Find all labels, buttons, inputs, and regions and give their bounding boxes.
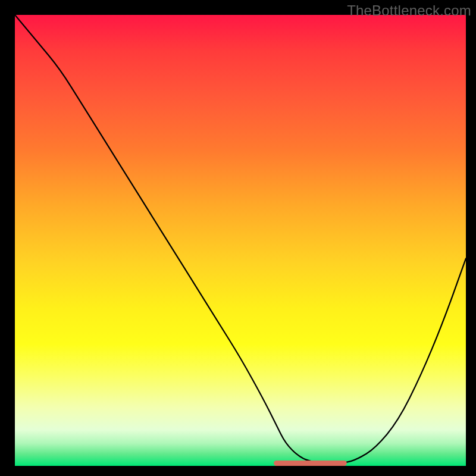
watermark-text: TheBottleneck.com — [347, 2, 471, 19]
curve-svg — [15, 15, 466, 466]
curve-line — [15, 15, 466, 463]
plot-area — [15, 15, 466, 466]
chart-container: TheBottleneck.com — [0, 0, 476, 476]
